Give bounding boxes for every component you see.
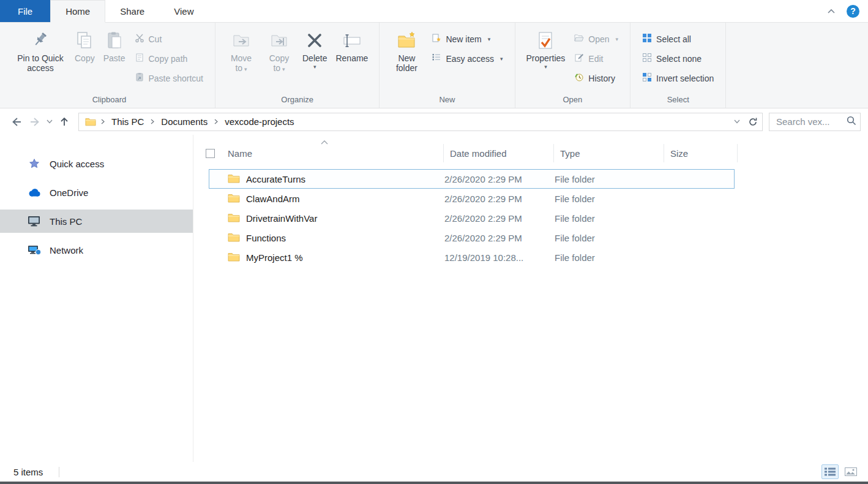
- column-header-size[interactable]: Size: [664, 144, 738, 162]
- easy-access-icon: [432, 53, 441, 64]
- move-to-button[interactable]: Move to▾: [223, 26, 260, 75]
- file-date-modified: 2/26/2020 2:29 PM: [444, 233, 555, 243]
- large-icons-view-button[interactable]: [842, 464, 859, 479]
- open-button-label: Open: [588, 34, 609, 44]
- sidebar-item-network[interactable]: Network: [0, 238, 193, 262]
- file-name-cell: ClawAndArm: [209, 193, 444, 205]
- file-row-drivetrainwithvar[interactable]: DrivetrainWithVar 2/26/2020 2:29 PM File…: [209, 208, 735, 228]
- new-group-label: New: [382, 91, 512, 108]
- open-small-buttons: Open ▾ Edit History: [570, 26, 623, 89]
- ribbon-group-new: New folder New item ▾ Easy acce: [380, 23, 515, 108]
- forward-button[interactable]: [26, 113, 44, 131]
- new-item-button[interactable]: New item ▾: [427, 30, 507, 48]
- tab-share[interactable]: Share: [105, 0, 159, 22]
- sidebar-item-onedrive[interactable]: OneDrive: [0, 181, 193, 204]
- edit-button[interactable]: Edit: [570, 50, 623, 67]
- properties-button[interactable]: Properties ▾: [523, 26, 569, 71]
- copy-to-icon: [269, 29, 289, 51]
- open-button[interactable]: Open ▾: [570, 30, 623, 48]
- file-name: MyProject1 %: [246, 252, 303, 263]
- search-box[interactable]: [769, 113, 861, 131]
- select-none-button-label: Select none: [656, 54, 702, 64]
- status-bar: 5 items: [0, 462, 868, 482]
- tab-view[interactable]: View: [159, 0, 208, 22]
- up-button[interactable]: [55, 113, 73, 131]
- file-row-clawandarm[interactable]: ClawAndArm 2/26/2020 2:29 PM File folder: [209, 189, 735, 208]
- folder-icon: [228, 213, 240, 224]
- delete-button-label: Delete: [302, 53, 327, 63]
- column-header-type[interactable]: Type: [554, 144, 664, 162]
- paste-shortcut-button-label: Paste shortcut: [149, 74, 204, 83]
- history-icon: [574, 72, 584, 84]
- tab-home[interactable]: Home: [50, 0, 105, 23]
- breadcrumb-documents[interactable]: Documents: [155, 113, 213, 130]
- file-name: Functions: [246, 233, 286, 243]
- copy-path-icon: [135, 53, 144, 64]
- column-header-name[interactable]: Name: [193, 144, 444, 162]
- select-all-checkbox[interactable]: [206, 149, 215, 158]
- sidebar-item-quick-access[interactable]: Quick access: [0, 152, 193, 175]
- sort-ascending-icon[interactable]: [321, 136, 328, 147]
- cut-button[interactable]: Cut: [130, 30, 208, 48]
- open-group-label: Open: [518, 91, 628, 108]
- select-none-button[interactable]: Select none: [638, 50, 718, 67]
- help-icon[interactable]: ?: [847, 5, 859, 18]
- easy-access-button[interactable]: Easy access ▾: [427, 50, 507, 67]
- quick-access-star-icon: [27, 158, 42, 169]
- sidebar-item-this-pc[interactable]: This PC: [0, 210, 193, 233]
- file-name-cell: Functions: [209, 232, 444, 244]
- file-row-functions[interactable]: Functions 2/26/2020 2:29 PM File folder: [209, 228, 735, 248]
- paste-shortcut-button[interactable]: Paste shortcut: [130, 69, 208, 87]
- collapse-ribbon-icon[interactable]: [825, 4, 838, 18]
- invert-selection-button[interactable]: Invert selection: [638, 69, 718, 87]
- select-all-button[interactable]: Select all: [638, 30, 718, 48]
- copy-icon: [75, 29, 94, 51]
- navigation-pane: Quick access OneDrive This PC Network: [0, 135, 193, 462]
- edit-icon: [574, 53, 584, 64]
- select-none-icon: [642, 53, 652, 64]
- recent-locations-chevron-icon[interactable]: [44, 113, 55, 131]
- refresh-icon[interactable]: [745, 113, 761, 130]
- search-input[interactable]: [775, 116, 847, 127]
- copy-button[interactable]: Copy: [71, 26, 99, 64]
- folder-icon: [228, 232, 240, 244]
- dropdown-arrow-icon: ▾: [282, 66, 285, 72]
- select-group-label: Select: [633, 91, 723, 108]
- file-name: DrivetrainWithVar: [246, 213, 317, 224]
- search-icon[interactable]: [847, 116, 856, 128]
- rename-button[interactable]: Rename: [332, 26, 372, 64]
- ribbon-group-organize: Move to▾ Copy to▾ Delete ▾: [215, 23, 380, 108]
- breadcrumb-separator-icon: [149, 119, 155, 124]
- address-dropdown-icon[interactable]: [729, 113, 745, 130]
- select-small-buttons: Select all Select none Invert selection: [638, 26, 718, 89]
- address-bar[interactable]: This PC Documents vexcode-projects: [78, 113, 763, 131]
- file-row-myproject1[interactable]: MyProject1 % 12/19/2019 10:28... File fo…: [209, 248, 735, 267]
- copy-to-button[interactable]: Copy to▾: [261, 26, 297, 75]
- cut-icon: [135, 33, 144, 45]
- delete-button[interactable]: Delete ▾: [299, 26, 331, 71]
- network-icon: [27, 245, 42, 255]
- history-button[interactable]: History: [570, 69, 623, 87]
- status-bar-divider: [59, 467, 59, 477]
- breadcrumb-this-pc[interactable]: This PC: [106, 113, 149, 130]
- edit-button-label: Edit: [588, 54, 603, 64]
- open-group-content: Properties ▾ Open ▾ E: [518, 23, 628, 91]
- breadcrumb-vexcode-projects[interactable]: vexcode-projects: [219, 113, 299, 130]
- organize-group-content: Move to▾ Copy to▾ Delete ▾: [218, 23, 376, 91]
- back-button[interactable]: [7, 113, 26, 131]
- file-name-cell: AccurateTurns: [209, 173, 444, 185]
- tab-file[interactable]: File: [0, 0, 50, 22]
- new-folder-button[interactable]: New folder: [387, 26, 426, 74]
- properties-button-label: Properties: [526, 53, 566, 63]
- folder-icon: [228, 173, 240, 185]
- details-view-button[interactable]: [821, 464, 839, 479]
- column-header-date-modified[interactable]: Date modified: [444, 144, 554, 162]
- ribbon-group-open: Properties ▾ Open ▾ E: [515, 23, 631, 108]
- window-bottom-edge: [0, 482, 868, 484]
- file-row-accurateturns[interactable]: AccurateTurns 2/26/2020 2:29 PM File fol…: [209, 169, 735, 189]
- sidebar-item-label: OneDrive: [50, 187, 88, 198]
- copy-path-button[interactable]: Copy path: [130, 50, 208, 67]
- pin-to-quick-access-button[interactable]: Pin to Quick access: [11, 26, 70, 74]
- paste-button[interactable]: Paste: [100, 26, 129, 64]
- item-count: 5 items: [13, 467, 43, 477]
